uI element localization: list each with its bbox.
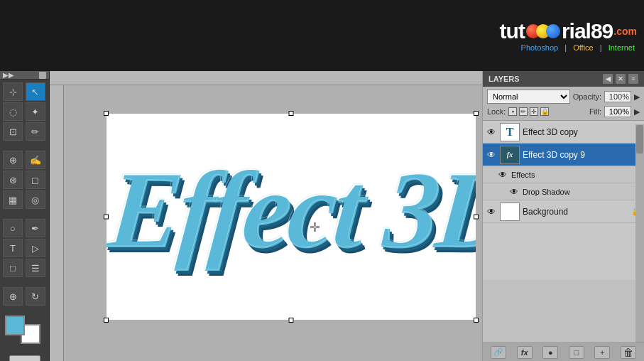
add-mask-button[interactable]: ● [542,346,558,359]
logo: tut rial89 .com [500,19,637,43]
lock-all[interactable]: 🔒 [540,107,549,116]
fill-input[interactable] [604,106,631,117]
gradient-tool[interactable]: ▦ [3,190,23,209]
blur-tool[interactable]: ◎ [26,190,45,209]
lock-icons: ▪ ✏ ✛ 🔒 [508,107,549,116]
layer-background[interactable]: 👁 Background 🔒 [483,200,644,223]
select-tool[interactable]: ↖ [26,82,45,101]
layer-effects-label: Effects [511,171,535,179]
layer-visibility-drop-shadow[interactable]: 👁 [508,186,520,198]
layers-panel-title: LAYERS [489,75,520,83]
svg-text:✛: ✛ [310,220,320,235]
layer-thumb-effect-3d-copy: T [500,123,520,141]
layer-visibility-effect-3d-copy[interactable]: 👁 [486,126,497,138]
layers-list: 👁 T Effect 3D copy 👁 fx Effect 3D copy 9… [483,121,644,280]
eraser-tool[interactable]: ◻ [26,171,45,189]
brush-tool[interactable]: ✍ [26,151,45,169]
handle-tl [104,111,109,116]
dodge-tool[interactable]: ○ [3,219,23,237]
layer-visibility-background[interactable]: 👁 [486,206,497,217]
opacity-input[interactable] [604,91,631,102]
color-swatches [0,316,49,347]
layers-scroll-thumb[interactable] [636,125,643,153]
vertical-ruler [50,85,64,361]
handle-tr [474,111,479,116]
canvas-white: Effect 3D Effect 3D Effect 3D Effect 3D … [107,114,476,320]
path-tool[interactable]: ▷ [26,239,45,257]
rotate-tool[interactable]: ↻ [26,287,45,306]
delete-layer-button[interactable]: 🗑 [621,346,636,359]
clone-tool[interactable]: ⊛ [3,171,23,189]
pen-tool[interactable]: ✒ [26,219,45,237]
logo-circle-blue [546,24,560,38]
toolbar-header: ▶▶ [0,71,49,80]
shape-tool[interactable]: □ [3,259,23,277]
top-bar: tut rial89 .com Photoshop | Office | Int… [0,0,644,71]
create-group-button[interactable]: □ [569,346,584,359]
link-layers-button[interactable]: 🔗 [491,346,506,359]
logo-subtitle-internet: Internet [608,43,635,52]
layers-minimize-button[interactable]: ◀ [603,74,613,84]
logo-part2: rial89 [562,19,613,43]
fill-label: Fill: [589,107,601,116]
logo-sep1: | [564,43,567,52]
main-area: ▶▶ ⊹ ↖ ◌ ✦ ⊡ ✏ ⊕ ✍ ⊛ ◻ ▦ ◎ ○ ✒ T ▷ [0,71,644,361]
layer-thumb-effect-3d-copy-9: fx [500,146,520,164]
layers-panel-header: LAYERS ◀ ✕ ≡ [483,71,644,87]
layer-visibility-effect-3d-copy-9[interactable]: 👁 [486,149,497,161]
layers-close-button[interactable]: ✕ [616,74,626,84]
layer-name-effect-3d-copy: Effect 3D copy [523,127,641,137]
crop-tool[interactable]: ⊡ [3,122,23,141]
layers-header-buttons: ◀ ✕ ≡ [603,74,638,84]
create-layer-button[interactable]: + [594,346,610,359]
layer-fx-button[interactable]: fx [517,346,533,359]
layer-effect-3d-copy[interactable]: 👁 T Effect 3D copy [483,121,644,144]
tool-grid: ⊹ ↖ ◌ ✦ ⊡ ✏ [0,80,49,144]
handle-tc [289,111,294,116]
layer-effect-3d-copy-9[interactable]: 👁 fx Effect 3D copy 9 fx [483,144,644,166]
swatch-wrapper [5,316,45,347]
layers-controls: Normal Opacity: ▶ Lock: ▪ ✏ ✛ 🔒 Fill: ▶ [483,87,644,121]
logo-subtitle-office: Office [573,43,594,52]
lock-position[interactable]: ✛ [530,107,538,116]
handle-bc [289,318,294,323]
layer-effects-sub[interactable]: 👁 Effects [483,166,644,183]
layer-name-background: Background [523,207,628,217]
layer-visibility-effects[interactable]: 👁 [497,169,508,180]
handle-bl [104,318,109,323]
lock-label: Lock: [487,107,506,116]
opacity-arrow[interactable]: ▶ [634,92,640,102]
tool-grid-4: ⊕ ↻ [0,284,49,308]
layers-panel: LAYERS ◀ ✕ ≡ Normal Opacity: ▶ Lock: ▪ [482,71,644,361]
logo-part1: tut [500,19,525,43]
blend-mode-select[interactable]: Normal [487,90,570,104]
logo-circles [526,24,560,38]
logo-subtitle: Photoshop | Office | Internet [519,43,637,52]
type-tool[interactable]: T [3,239,23,257]
magic-wand-tool[interactable]: ✦ [26,102,45,121]
layers-scrollbar[interactable] [635,124,644,343]
lasso-tool[interactable]: ◌ [3,102,23,121]
quick-mask-button[interactable] [9,355,40,361]
layers-empty-space [483,223,644,280]
toolbar-close-button[interactable] [39,72,46,79]
layers-menu-button[interactable]: ≡ [628,74,638,84]
heal-tool[interactable]: ⊕ [3,151,23,169]
toolbar-handle: ▶▶ [3,71,14,79]
move-tool[interactable]: ⊹ [3,82,23,101]
toolbar: ▶▶ ⊹ ↖ ◌ ✦ ⊡ ✏ ⊕ ✍ ⊛ ◻ ▦ ◎ ○ ✒ T ▷ [0,71,50,361]
zoom-tool[interactable]: ⊕ [3,287,23,306]
layer-thumb-background [500,203,520,221]
layer-drop-shadow-sub[interactable]: 👁 Drop Shadow [483,183,644,200]
hand-tool[interactable]: ☰ [26,259,45,277]
fill-arrow[interactable]: ▶ [634,107,640,117]
lock-pixels[interactable]: ✏ [519,107,528,116]
layers-lock-row: Lock: ▪ ✏ ✛ 🔒 Fill: ▶ [487,106,640,117]
handle-mr [474,215,479,220]
foreground-color[interactable] [5,316,25,335]
layers-bottom-toolbar: 🔗 fx ● □ + 🗑 [483,343,644,361]
eyedropper-tool[interactable]: ✏ [26,122,45,141]
lock-transparency[interactable]: ▪ [508,107,517,116]
handle-br [474,318,479,323]
logo-com: .com [613,26,637,37]
